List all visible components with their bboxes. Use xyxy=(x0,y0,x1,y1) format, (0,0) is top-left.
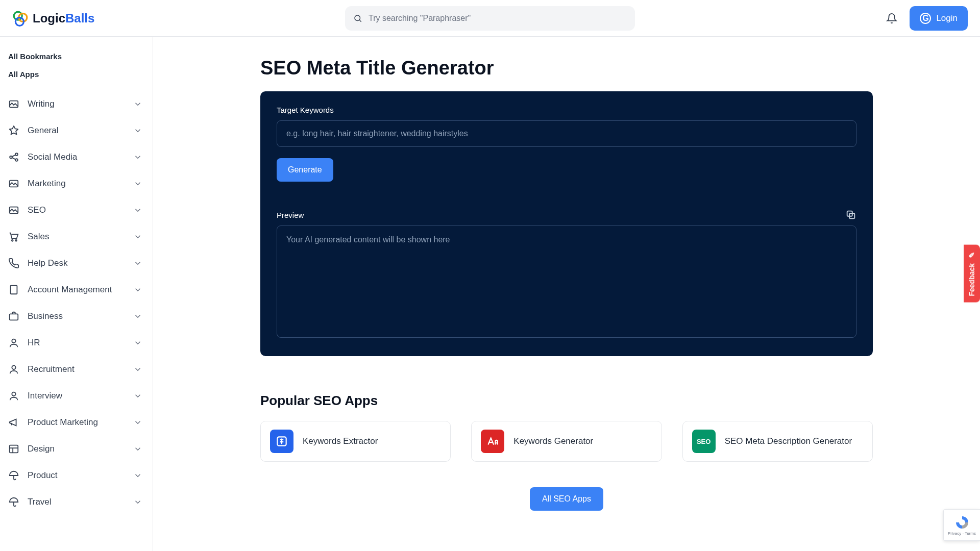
phone-icon xyxy=(8,258,19,269)
sidebar-category-label: Product Marketing xyxy=(28,417,133,428)
sidebar-category-label: General xyxy=(28,126,133,136)
svg-line-10 xyxy=(12,158,15,160)
user-icon xyxy=(8,390,19,402)
recaptcha-icon xyxy=(954,515,970,530)
sidebar: All Bookmarks All Apps WritingGeneralSoc… xyxy=(0,37,153,551)
card-title: Keywords Extractor xyxy=(303,436,378,446)
card-title: SEO Meta Description Generator xyxy=(725,436,852,446)
search-bar[interactable] xyxy=(345,6,635,31)
share-icon xyxy=(8,152,19,163)
chevron-down-icon xyxy=(133,232,142,241)
image-icon xyxy=(8,98,19,110)
sidebar-category-label: Marketing xyxy=(28,179,133,189)
umbrella-icon xyxy=(8,470,19,481)
svg-point-14 xyxy=(15,240,17,241)
seo-text-icon: SEO xyxy=(697,438,710,445)
header: LogicBalls G Login xyxy=(0,0,980,37)
svg-rect-15 xyxy=(11,286,17,294)
login-button[interactable]: G Login xyxy=(910,6,968,31)
chevron-down-icon xyxy=(133,338,142,347)
popular-app-card[interactable]: Keywords Generator xyxy=(471,421,662,462)
sidebar-category-label: Business xyxy=(28,311,133,321)
copy-icon[interactable] xyxy=(845,209,856,220)
logo-text-first: Logic xyxy=(33,11,65,25)
chevron-down-icon xyxy=(133,312,142,321)
search-icon xyxy=(353,14,362,23)
sidebar-category-product-marketing[interactable]: Product Marketing xyxy=(6,409,149,436)
all-seo-apps-button[interactable]: All SEO Apps xyxy=(530,487,603,511)
sidebar-category-sales[interactable]: Sales xyxy=(6,223,149,250)
chevron-down-icon xyxy=(133,206,142,215)
recaptcha-badge[interactable]: Privacy - Terms xyxy=(943,509,980,541)
chevron-down-icon xyxy=(133,365,142,374)
search-container xyxy=(345,6,635,31)
user-icon xyxy=(8,364,19,375)
sidebar-category-recruitment[interactable]: Recruitment xyxy=(6,356,149,383)
keywords-input[interactable] xyxy=(277,120,856,147)
sidebar-category-label: Product xyxy=(28,470,133,481)
building-icon xyxy=(8,284,19,295)
sidebar-category-travel[interactable]: Travel xyxy=(6,489,149,515)
keywords-label: Target Keywords xyxy=(277,106,856,114)
aa-icon xyxy=(486,435,499,448)
bell-icon[interactable] xyxy=(886,13,897,24)
chevron-down-icon xyxy=(133,99,142,109)
svg-line-9 xyxy=(12,155,15,157)
sidebar-category-seo[interactable]: SEO xyxy=(6,197,149,223)
feedback-tab[interactable]: Feedback ✎ xyxy=(964,245,980,303)
image-icon xyxy=(8,205,19,216)
sidebar-category-business[interactable]: Business xyxy=(6,303,149,330)
popular-app-card[interactable]: SEOSEO Meta Description Generator xyxy=(682,421,873,462)
svg-point-24 xyxy=(12,366,15,369)
card-icon xyxy=(270,430,293,453)
sidebar-category-label: Account Management xyxy=(28,285,133,295)
page-title: SEO Meta Title Generator xyxy=(260,57,873,79)
recaptcha-text-1: Privacy - Terms xyxy=(948,531,976,536)
svg-point-23 xyxy=(12,339,15,343)
generate-button[interactable]: Generate xyxy=(277,158,333,182)
user-icon xyxy=(8,337,19,348)
sidebar-category-general[interactable]: General xyxy=(6,117,149,144)
chevron-down-icon xyxy=(133,126,142,135)
sidebar-all-bookmarks[interactable]: All Bookmarks xyxy=(6,49,149,64)
chevron-down-icon xyxy=(133,471,142,480)
chevron-down-icon xyxy=(133,444,142,454)
sidebar-category-label: Writing xyxy=(28,99,133,109)
feedback-label: Feedback xyxy=(968,263,976,296)
sidebar-category-help-desk[interactable]: Help Desk xyxy=(6,250,149,277)
sidebar-category-label: Interview xyxy=(28,391,133,401)
sidebar-category-writing[interactable]: Writing xyxy=(6,91,149,117)
sidebar-category-marketing[interactable]: Marketing xyxy=(6,170,149,197)
sidebar-category-label: Sales xyxy=(28,232,133,242)
popular-app-card[interactable]: Keywords Extractor xyxy=(260,421,451,462)
sidebar-category-label: Design xyxy=(28,444,133,454)
preview-label: Preview xyxy=(277,211,304,219)
sidebar-category-label: Social Media xyxy=(28,152,133,162)
sidebar-category-label: HR xyxy=(28,338,133,348)
megaphone-icon xyxy=(8,417,19,428)
layout-icon xyxy=(8,443,19,455)
chevron-down-icon xyxy=(133,179,142,188)
header-right: G Login xyxy=(886,6,968,31)
logo-text-second: Balls xyxy=(65,11,94,25)
sidebar-category-interview[interactable]: Interview xyxy=(6,383,149,409)
chevron-down-icon xyxy=(133,153,142,162)
login-label: Login xyxy=(936,13,958,23)
sidebar-all-apps[interactable]: All Apps xyxy=(6,67,149,82)
sidebar-category-account-management[interactable]: Account Management xyxy=(6,277,149,303)
search-input[interactable] xyxy=(369,14,627,23)
cart-icon xyxy=(8,231,19,242)
umbrella-icon xyxy=(8,496,19,508)
sidebar-category-label: SEO xyxy=(28,205,133,215)
sidebar-category-design[interactable]: Design xyxy=(6,436,149,462)
sidebar-category-hr[interactable]: HR xyxy=(6,330,149,356)
chevron-down-icon xyxy=(133,497,142,507)
briefcase-icon xyxy=(8,311,19,322)
sidebar-category-social-media[interactable]: Social Media xyxy=(6,144,149,170)
sidebar-category-product[interactable]: Product xyxy=(6,462,149,489)
sidebar-category-label: Help Desk xyxy=(28,258,133,268)
logo[interactable]: LogicBalls xyxy=(12,10,94,27)
popular-apps-title: Popular SEO Apps xyxy=(260,393,873,409)
svg-point-13 xyxy=(12,240,13,241)
pin-icon xyxy=(8,125,19,136)
